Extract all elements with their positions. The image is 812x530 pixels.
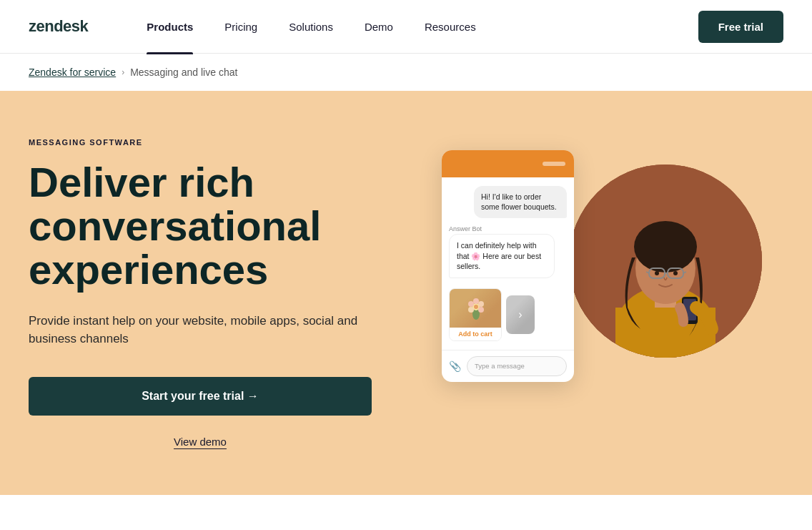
nav-demo[interactable]: Demo	[349, 14, 409, 40]
attach-icon[interactable]: 📎	[449, 360, 461, 372]
chat-header-pill	[543, 162, 565, 166]
nav-solutions[interactable]: Solutions	[273, 14, 349, 40]
breadcrumb-separator: ›	[122, 67, 124, 77]
chat-body: Hi! I'd like to order some flower bouque…	[442, 177, 574, 350]
chat-header	[442, 150, 574, 177]
breadcrumb-current: Messaging and live chat	[130, 67, 237, 78]
hero-illustration: Hi! I'd like to order some flower bouque…	[406, 136, 783, 451]
hero-subtext: Provide instant help on your website, mo…	[29, 312, 372, 348]
hero-headline: Deliver rich conversational experiences	[29, 161, 406, 292]
svg-point-3	[468, 301, 474, 307]
bot-message-group: Answer Bot I can definitely help with th…	[449, 225, 567, 278]
nav-pricing[interactable]: Pricing	[209, 14, 273, 40]
product-next-btn[interactable]: ›	[506, 295, 535, 334]
chat-footer: 📎 Type a message	[442, 350, 574, 382]
svg-point-13	[634, 221, 697, 273]
logo[interactable]: zendesk	[29, 17, 88, 36]
arrow-right-icon: ›	[518, 308, 522, 321]
add-to-cart-btn[interactable]: Add to cart	[450, 328, 501, 340]
bot-label: Answer Bot	[449, 225, 567, 232]
svg-point-20	[673, 271, 678, 275]
hero-section: MESSAGING SOFTWARE Deliver rich conversa…	[0, 91, 812, 495]
breadcrumb: Zendesk for service › Messaging and live…	[0, 54, 812, 91]
bot-message: I can definitely help with that 🌸 Here a…	[449, 234, 555, 278]
svg-point-6	[478, 307, 484, 313]
svg-point-7	[474, 305, 478, 309]
svg-point-2	[473, 298, 479, 304]
hero-eyebrow: MESSAGING SOFTWARE	[29, 138, 406, 147]
svg-point-19	[655, 271, 659, 275]
chat-placeholder: Type a message	[475, 362, 525, 370]
user-message: Hi! I'd like to order some flower bouque…	[474, 186, 567, 218]
product-image-1	[450, 289, 502, 328]
nav-resources[interactable]: Resources	[409, 14, 492, 40]
navbar: zendesk Products Pricing Solutions Demo …	[0, 0, 812, 54]
start-free-trial-button[interactable]: Start your free trial →	[29, 377, 372, 416]
free-trial-button[interactable]: Free trial	[698, 11, 783, 43]
portrait-image	[569, 165, 762, 358]
view-demo-link[interactable]: View demo	[29, 436, 372, 448]
svg-point-4	[478, 301, 484, 307]
svg-point-5	[468, 307, 474, 313]
portrait-circle	[569, 165, 762, 358]
nav-links: Products Pricing Solutions Demo Resource…	[131, 14, 698, 40]
breadcrumb-parent[interactable]: Zendesk for service	[29, 67, 116, 78]
chat-product-cards: Add to cart ›	[449, 288, 567, 341]
hero-content: MESSAGING SOFTWARE Deliver rich conversa…	[29, 138, 406, 448]
chat-mockup: Hi! I'd like to order some flower bouque…	[442, 150, 574, 382]
chat-input[interactable]: Type a message	[467, 356, 567, 376]
nav-products[interactable]: Products	[131, 14, 209, 40]
product-card-1: Add to cart	[449, 288, 502, 341]
